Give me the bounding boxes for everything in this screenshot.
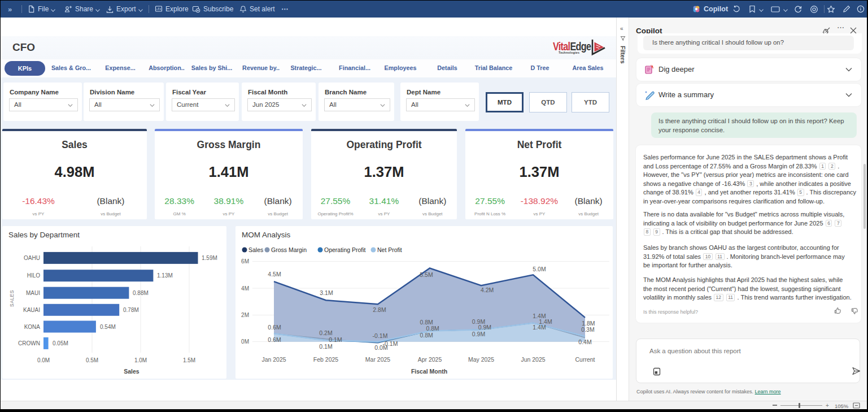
svg-text:0.1M: 0.1M — [329, 336, 342, 343]
svg-text:Sales: Sales — [248, 246, 263, 253]
svg-text:0.2M: 0.2M — [319, 329, 332, 336]
svg-text:0.6M: 0.6M — [268, 336, 281, 343]
svg-text:0.05M: 0.05M — [53, 340, 68, 346]
svg-text:5.0M: 5.0M — [533, 266, 546, 272]
svg-text:MAUI: MAUI — [26, 290, 40, 296]
svg-text:0.8M: 0.8M — [426, 325, 439, 332]
svg-text:1.5M: 1.5M — [183, 357, 195, 363]
svg-text:0.0M: 0.0M — [374, 344, 387, 351]
svg-text:0.4M: 0.4M — [578, 339, 591, 345]
svg-text:1.0M: 1.0M — [134, 357, 147, 363]
svg-text:HILO: HILO — [27, 272, 41, 279]
svg-text:1.4M: 1.4M — [533, 324, 546, 331]
svg-text:4.2M: 4.2M — [481, 287, 494, 293]
svg-text:Current: Current — [575, 356, 595, 363]
svg-text:5.5M: 5.5M — [420, 271, 433, 278]
svg-text:0.9M: 0.9M — [472, 331, 485, 337]
svg-text:0.6M: 0.6M — [268, 324, 281, 331]
svg-text:0.0M: 0.0M — [37, 357, 50, 363]
svg-text:Operating Profit: Operating Profit — [324, 246, 366, 253]
svg-text:3.1M: 3.1M — [320, 289, 333, 296]
svg-text:6M: 6M — [241, 258, 249, 264]
svg-text:Fiscal Month: Fiscal Month — [411, 368, 447, 375]
svg-text:4.5M: 4.5M — [268, 271, 281, 277]
svg-text:0.1M: 0.1M — [319, 343, 332, 350]
svg-text:SALES: SALES — [9, 290, 15, 307]
svg-text:1.59M: 1.59M — [202, 255, 217, 261]
svg-text:Feb 2025: Feb 2025 — [313, 356, 339, 363]
svg-text:2M: 2M — [241, 312, 249, 318]
svg-text:Mar 2025: Mar 2025 — [365, 356, 391, 363]
svg-text:OAHU: OAHU — [24, 255, 40, 261]
svg-text:0.5M: 0.5M — [86, 357, 98, 363]
svg-text:CROWN: CROWN — [18, 340, 40, 346]
svg-text:KAUAI: KAUAI — [23, 307, 40, 313]
svg-text:Sales: Sales — [124, 368, 139, 375]
svg-text:0M: 0M — [241, 339, 249, 345]
svg-text:Jan 2025: Jan 2025 — [261, 356, 286, 363]
svg-text:-0.1M: -0.1M — [373, 332, 388, 339]
svg-text:0.8M: 0.8M — [420, 332, 433, 339]
svg-text:4M: 4M — [241, 285, 249, 292]
svg-text:Gross Margin: Gross Margin — [271, 246, 307, 253]
svg-text:KONA: KONA — [24, 324, 41, 330]
svg-text:0.78M: 0.78M — [123, 307, 139, 313]
svg-text:Net Profit: Net Profit — [377, 246, 402, 253]
svg-text:0.3M: 0.3M — [581, 326, 594, 333]
svg-text:1.13M: 1.13M — [157, 272, 173, 279]
svg-text:0.88M: 0.88M — [133, 290, 149, 296]
svg-text:May 2025: May 2025 — [468, 356, 494, 363]
svg-text:Jun 2025: Jun 2025 — [521, 356, 545, 363]
svg-text:0.9M: 0.9M — [478, 324, 491, 331]
svg-text:0.54M: 0.54M — [100, 324, 116, 330]
svg-text:2.8M: 2.8M — [373, 306, 386, 313]
svg-text:Apr 2025: Apr 2025 — [418, 356, 442, 363]
